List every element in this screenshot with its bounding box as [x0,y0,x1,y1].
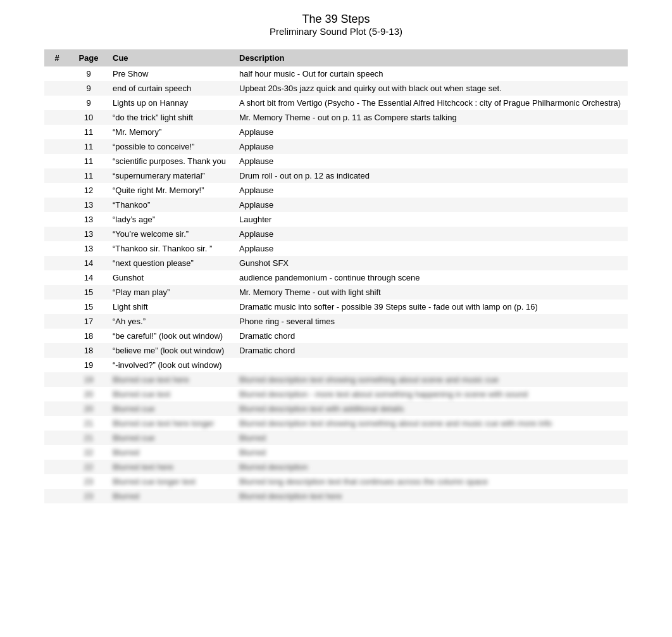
main-table-container: # Page Cue Description 9 Pre Show half h… [44,49,628,503]
table-row: 14 “next question please” Gunshot SFX [44,256,628,270]
title: The 39 Steps [0,13,672,26]
table-row: 18 “believe me” (look out window) Dramat… [44,343,628,358]
row-cue: Blurred cue text here [108,372,234,387]
table-row: 10 “do the trick” light shift Mr. Memory… [44,110,628,125]
table-row: 14 Gunshot audience pandemonium - contin… [44,270,628,285]
row-cue: “Quite right Mr. Memory!” [108,183,234,198]
row-page: 9 [70,66,108,81]
row-cue: Blurred cue longer text [108,474,234,489]
page-header: The 39 Steps Preliminary Sound Plot (5-9… [0,0,672,43]
row-num [44,168,70,183]
row-num [44,401,70,416]
row-num [44,416,70,431]
row-page: 20 [70,387,108,401]
row-description: Dramatic chord [234,329,628,343]
table-row: 15 Light shift Dramatic music into softe… [44,300,628,314]
table-row-blurred: 19 Blurred cue text here Blurred descrip… [44,372,628,387]
table-row: 13 “Thankoo sir. Thankoo sir. ” Applause [44,241,628,256]
row-num [44,343,70,358]
table-row-blurred: 21 Blurred cue text here longer Blurred … [44,416,628,431]
row-description: Dramatic chord [234,343,628,358]
subtitle: Preliminary Sound Plot (5-9-13) [0,26,672,37]
row-description: Dramatic music into softer - possible 39… [234,300,628,314]
row-page: 19 [70,372,108,387]
table-row: 19 “-involved?” (look out window) [44,358,628,372]
row-num [44,474,70,489]
row-cue: “lady’s age” [108,212,234,227]
table-row: 13 “You’re welcome sir.” Applause [44,227,628,241]
table-row: 13 “lady’s age” Laughter [44,212,628,227]
row-page: 14 [70,270,108,285]
row-num [44,81,70,96]
row-page: 13 [70,198,108,212]
table-row: 13 “Thankoo” Applause [44,198,628,212]
row-page: 13 [70,241,108,256]
row-cue: Blurred [108,489,234,503]
row-num [44,489,70,503]
row-cue: Blurred cue [108,401,234,416]
row-cue: “believe me” (look out window) [108,343,234,358]
row-cue: “supernumerary material” [108,168,234,183]
row-page: 21 [70,416,108,431]
table-row-blurred: 22 Blurred Blurred [44,445,628,460]
row-page: 11 [70,125,108,139]
row-page: 11 [70,168,108,183]
row-description: Blurred description text showing somethi… [234,416,628,431]
row-page: 9 [70,81,108,96]
col-cue: Cue [108,49,234,66]
row-description: audience pandemonium - continue through … [234,270,628,285]
row-cue: Blurred cue [108,431,234,445]
row-page: 18 [70,329,108,343]
row-description: Applause [234,154,628,168]
row-description: A short bit from Vertigo (Psycho - The E… [234,96,628,110]
row-description: Blurred description text showing somethi… [234,372,628,387]
row-cue: Pre Show [108,66,234,81]
row-cue: “Ah yes.” [108,314,234,329]
row-cue: “Mr. Memory” [108,125,234,139]
row-cue: Blurred [108,445,234,460]
row-cue: Lights up on Hannay [108,96,234,110]
row-page: 22 [70,445,108,460]
row-num [44,372,70,387]
table-row: 11 “scientific purposes. Thank you Appla… [44,154,628,168]
row-description: Applause [234,227,628,241]
row-page: 15 [70,285,108,300]
table-row: 17 “Ah yes.” Phone ring - several times [44,314,628,329]
table-row: 12 “Quite right Mr. Memory!” Applause [44,183,628,198]
row-cue: Blurred text here [108,460,234,474]
row-num [44,358,70,372]
row-description: Blurred long description text that conti… [234,474,628,489]
row-page: 10 [70,110,108,125]
row-description: Phone ring - several times [234,314,628,329]
table-row: 11 “Mr. Memory” Applause [44,125,628,139]
row-num [44,139,70,154]
row-num [44,66,70,81]
row-page: 18 [70,343,108,358]
row-num [44,96,70,110]
row-cue: “You’re welcome sir.” [108,227,234,241]
table-row: 9 Pre Show half hour music - Out for cur… [44,66,628,81]
row-page: 13 [70,212,108,227]
row-description: Applause [234,139,628,154]
row-page: 22 [70,460,108,474]
row-description: Blurred description text with additional… [234,401,628,416]
row-num [44,460,70,474]
table-row: 18 “be careful!” (look out window) Drama… [44,329,628,343]
table-row-blurred: 23 Blurred Blurred description text here [44,489,628,503]
row-cue: “Thankoo” [108,198,234,212]
row-num [44,314,70,329]
row-description: Blurred description text here [234,489,628,503]
row-description: Laughter [234,212,628,227]
row-num [44,300,70,314]
row-cue: “Thankoo sir. Thankoo sir. ” [108,241,234,256]
row-num [44,110,70,125]
table-row: 9 Lights up on Hannay A short bit from V… [44,96,628,110]
table-row-blurred: 20 Blurred cue text Blurred description … [44,387,628,401]
row-description: Applause [234,125,628,139]
row-num [44,387,70,401]
table-row-blurred: 21 Blurred cue Blurred [44,431,628,445]
row-cue: “be careful!” (look out window) [108,329,234,343]
row-num [44,154,70,168]
row-cue: Light shift [108,300,234,314]
row-description: Applause [234,183,628,198]
